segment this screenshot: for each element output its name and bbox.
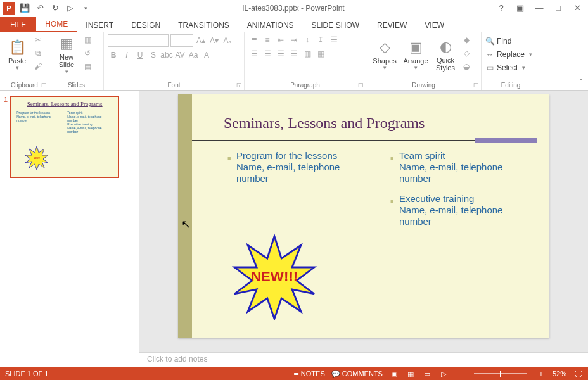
zoom-level[interactable]: 52% <box>553 370 566 377</box>
minimize-icon[interactable]: — <box>534 3 545 13</box>
thumb-number: 1 <box>4 96 8 178</box>
layout-icon[interactable]: ▥ <box>82 34 93 46</box>
notes-pane[interactable]: Click to add notes <box>139 352 588 367</box>
paste-button[interactable]: 📋 Paste ▾ <box>4 34 30 76</box>
start-from-beginning-icon[interactable]: ▷ <box>65 3 76 14</box>
shapes-button[interactable]: ◇ Shapes ▾ <box>370 34 399 76</box>
clear-format-icon[interactable]: Aₓ <box>222 35 233 46</box>
cut-icon[interactable]: ✂ <box>32 34 44 46</box>
columns-icon[interactable]: ▥ <box>302 48 313 60</box>
shape-fill-icon[interactable]: ◆ <box>461 34 472 46</box>
tab-view[interactable]: VIEW <box>416 18 453 32</box>
slide-title[interactable]: Seminars, Lessons and Programs <box>224 115 529 132</box>
slide-thumbnail[interactable]: Seminars, Lessons and Programs Program f… <box>10 96 119 178</box>
copy-icon[interactable]: ⧉ <box>32 48 44 59</box>
replace-button[interactable]: ↔Replace▾ <box>485 48 536 61</box>
italic-icon[interactable]: I <box>121 49 132 61</box>
window-title: IL-ates3083.pptx - PowerPoint <box>91 4 495 13</box>
list-item[interactable]: Executive trainingName, e-mail, telephon… <box>390 193 530 227</box>
select-button[interactable]: ▭Select▾ <box>485 61 536 74</box>
smartart-icon[interactable]: ▦ <box>315 48 326 60</box>
font-launcher-icon[interactable]: ◲ <box>236 82 242 88</box>
thumb-body: Program for the lessons Name, e-mail, te… <box>16 111 113 134</box>
star-shape-icon: NEW!!! <box>24 145 49 170</box>
quick-styles-icon: ◐ <box>440 39 452 55</box>
slide-accent-bar <box>178 94 192 338</box>
decrease-indent-icon[interactable]: ⇤ <box>275 34 286 46</box>
ribbon-display-icon[interactable]: ▣ <box>514 3 526 13</box>
group-editing-label: Editing <box>485 81 536 89</box>
strikethrough-icon[interactable]: S <box>148 49 159 61</box>
slide-body[interactable]: Program for the lessonsName, e-mail, tel… <box>227 150 530 236</box>
find-button[interactable]: 🔍Find <box>485 34 536 48</box>
quick-styles-button[interactable]: ◐ Quick Styles <box>432 34 459 76</box>
sorter-view-icon[interactable]: ▦ <box>406 370 416 378</box>
decrease-font-icon[interactable]: A▾ <box>208 35 220 46</box>
zoom-slider[interactable] <box>474 373 527 374</box>
bullets-icon[interactable]: ≣ <box>248 34 260 46</box>
font-name-combo[interactable] <box>108 34 169 47</box>
underline-icon[interactable]: U <box>134 49 146 61</box>
tab-insert[interactable]: INSERT <box>77 18 122 32</box>
list-item[interactable]: Team spiritName, e-mail, telephone numbe… <box>390 150 530 184</box>
fit-window-icon[interactable]: ⛶ <box>573 370 583 377</box>
star-shape[interactable]: NEW!!! <box>230 232 319 320</box>
maximize-icon[interactable]: □ <box>553 3 564 13</box>
align-left-icon[interactable]: ☰ <box>248 48 260 60</box>
increase-font-icon[interactable]: A▴ <box>195 35 207 46</box>
format-painter-icon[interactable]: 🖌 <box>32 61 44 72</box>
text-direction-icon[interactable]: ↧ <box>315 34 326 46</box>
numbering-icon[interactable]: ≡ <box>262 34 273 46</box>
slide-canvas[interactable]: Seminars, Lessons and Programs Program f… <box>178 94 549 338</box>
tab-home[interactable]: HOME <box>36 17 77 32</box>
change-case-icon[interactable]: Aa <box>188 49 199 61</box>
reset-icon[interactable]: ↺ <box>82 48 93 59</box>
zoom-in-icon[interactable]: + <box>536 370 546 377</box>
line-spacing-icon[interactable]: ↕ <box>302 34 313 46</box>
undo-icon[interactable]: ↶ <box>34 3 46 14</box>
arrange-button[interactable]: ▣ Arrange ▾ <box>401 34 430 76</box>
tab-file[interactable]: FILE <box>0 17 36 32</box>
redo-icon[interactable]: ↻ <box>49 3 61 14</box>
replace-icon: ↔ <box>485 50 494 59</box>
slide-count[interactable]: SLIDE 1 OF 1 <box>5 370 48 377</box>
collapse-ribbon-icon[interactable]: ˄ <box>579 78 583 87</box>
notes-toggle[interactable]: ≣ NOTES <box>293 370 325 378</box>
bold-icon[interactable]: B <box>108 49 119 61</box>
font-color-icon[interactable]: A <box>201 49 212 61</box>
comments-toggle[interactable]: 💬 COMMENTS <box>331 370 383 378</box>
shape-effects-icon[interactable]: ◒ <box>461 61 472 72</box>
section-icon[interactable]: ▤ <box>82 61 93 72</box>
justify-icon[interactable]: ☰ <box>288 48 300 60</box>
save-icon[interactable]: 💾 <box>19 3 30 14</box>
tab-slideshow[interactable]: SLIDE SHOW <box>303 18 368 32</box>
tab-review[interactable]: REVIEW <box>368 18 416 32</box>
list-item[interactable]: Program for the lessonsName, e-mail, tel… <box>227 150 368 184</box>
shape-outline-icon[interactable]: ◇ <box>461 48 472 59</box>
help-icon[interactable]: ? <box>495 3 507 13</box>
group-clipboard-label: Clipboard <box>4 81 45 89</box>
tab-animations[interactable]: ANIMATIONS <box>238 18 303 32</box>
font-size-combo[interactable] <box>170 34 193 47</box>
increase-indent-icon[interactable]: ⇥ <box>288 34 300 46</box>
shadow-icon[interactable]: abc <box>161 49 172 61</box>
tab-transitions[interactable]: TRANSITIONS <box>169 18 238 32</box>
slideshow-view-icon[interactable]: ▷ <box>438 370 449 378</box>
char-spacing-icon[interactable]: AV <box>174 49 186 61</box>
reading-view-icon[interactable]: ▭ <box>422 370 432 378</box>
qat-customize-icon[interactable]: ▾ <box>80 3 91 14</box>
tab-design[interactable]: DESIGN <box>122 18 169 32</box>
clipboard-launcher-icon[interactable]: ◲ <box>41 82 47 88</box>
paragraph-launcher-icon[interactable]: ◲ <box>358 82 364 88</box>
drawing-launcher-icon[interactable]: ◲ <box>473 82 479 88</box>
align-text-icon[interactable]: ☰ <box>328 34 340 46</box>
align-right-icon[interactable]: ☰ <box>275 48 286 60</box>
group-slides-label: Slides <box>53 81 99 89</box>
align-center-icon[interactable]: ☰ <box>262 48 273 60</box>
ribbon-tabs: FILE HOME INSERT DESIGN TRANSITIONS ANIM… <box>0 16 588 32</box>
svg-text:NEW!!!: NEW!!! <box>251 269 298 284</box>
new-slide-button[interactable]: ▦ New Slide ▾ <box>53 34 80 76</box>
close-icon[interactable]: ✕ <box>572 3 583 13</box>
zoom-out-icon[interactable]: − <box>455 370 465 377</box>
normal-view-icon[interactable]: ▣ <box>389 370 399 378</box>
